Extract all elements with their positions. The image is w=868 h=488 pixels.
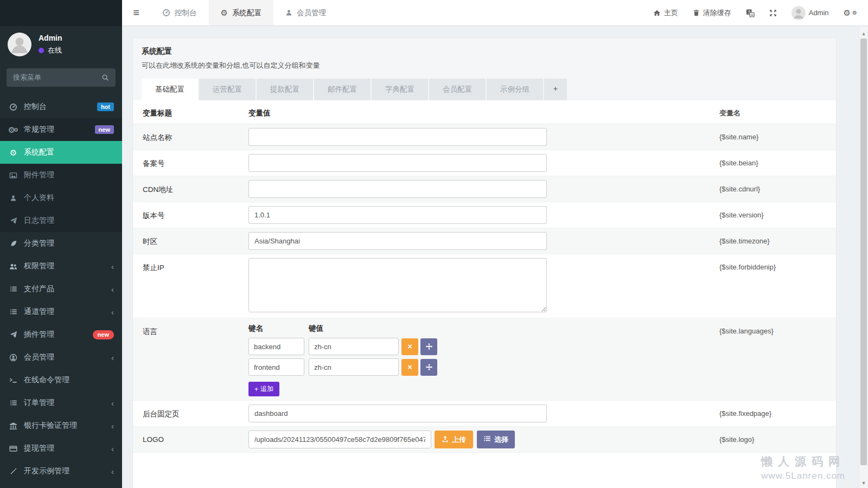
search-placeholder: 搜索菜单 xyxy=(13,73,41,82)
config-row-站点名称: 站点名称{$site.name} xyxy=(133,124,836,150)
status-badge: new xyxy=(93,330,114,339)
sidebar-item-日志管理[interactable]: 日志管理 xyxy=(0,209,122,232)
topbar-tab-会员管理[interactable]: 会员管理 xyxy=(273,0,338,25)
settings-gears-icon[interactable]: ⚙⚙ xyxy=(844,9,857,17)
sidebar-user-panel: Admin 在线 xyxy=(0,26,122,62)
config-variable-name: {$site.version} xyxy=(719,206,836,219)
user-menu[interactable]: Admin xyxy=(792,6,829,20)
config-tab-提款配置[interactable]: 提款配置 xyxy=(257,79,313,100)
config-input-时区[interactable] xyxy=(248,232,547,250)
sidebar-item-会员管理[interactable]: 会员管理‹ xyxy=(0,346,122,369)
sidebar-item-个人资料[interactable]: 个人资料 xyxy=(0,187,122,209)
config-row-value: 上传选择 xyxy=(248,431,719,448)
sidebar-item-权限管理[interactable]: 权限管理‹ xyxy=(0,255,122,278)
list-icon xyxy=(8,285,18,293)
config-row-value xyxy=(248,404,719,422)
close-icon: × xyxy=(407,363,412,371)
sidebar-item-在线命令管理[interactable]: 在线命令管理 xyxy=(0,369,122,391)
topbar-user-name: Admin xyxy=(809,9,829,17)
config-row-label: 后台固定页 xyxy=(133,404,248,419)
home-link[interactable]: 主页 xyxy=(653,8,678,18)
config-variable-name: {$site.timezone} xyxy=(719,232,836,245)
sidebar-item-常规管理[interactable]: ⚙⚙常规管理new xyxy=(0,118,122,141)
sidebar-item-银行卡验证管理[interactable]: 银行卡验证管理‹ xyxy=(0,414,122,437)
remove-row-button[interactable]: × xyxy=(401,359,418,376)
home-icon xyxy=(653,9,661,17)
config-row-版本号: 版本号{$site.version} xyxy=(133,202,836,228)
config-row-value xyxy=(248,180,719,198)
config-tab-示例分组[interactable]: 示例分组 xyxy=(487,79,543,100)
drag-row-button[interactable] xyxy=(420,338,437,355)
upload-icon xyxy=(442,435,449,444)
scrollbar-thumb[interactable] xyxy=(860,38,867,465)
sidebar-search-input[interactable]: 搜索菜单 xyxy=(7,68,116,87)
drag-row-button[interactable] xyxy=(420,359,437,376)
config-tab-会员配置[interactable]: 会员配置 xyxy=(429,79,486,100)
sidebar-item-label: 开发示例管理 xyxy=(24,466,69,476)
clear-cache-button[interactable]: 清除缓存 xyxy=(693,8,731,18)
chevron-left-icon: ‹ xyxy=(111,354,114,362)
config-row-label: 语言 xyxy=(133,322,248,337)
config-tab-字典配置[interactable]: 字典配置 xyxy=(372,79,428,100)
content-area: 系统配置 可以在此增改系统的变量和分组,也可以自定义分组和变量 基础配置运营配置… xyxy=(122,27,868,488)
sidebar-item-label: 系统配置 xyxy=(24,147,54,157)
home-label: 主页 xyxy=(664,8,678,18)
language-icon[interactable]: 文A xyxy=(746,9,755,17)
sidebar-item-开发示例管理[interactable]: 开发示例管理‹ xyxy=(0,460,122,483)
remove-row-button[interactable]: × xyxy=(401,338,418,355)
config-input-备案号[interactable] xyxy=(248,154,547,172)
config-tab-邮件配置[interactable]: 邮件配置 xyxy=(314,79,371,100)
config-tab-基础配置[interactable]: 基础配置 xyxy=(142,79,198,100)
list-icon xyxy=(8,308,18,316)
hamburger-menu-icon[interactable]: ≡ xyxy=(122,0,150,25)
scroll-down-arrow-icon[interactable]: ▼ xyxy=(859,480,868,486)
config-tab-运营配置[interactable]: 运营配置 xyxy=(199,79,256,100)
status-badge: new xyxy=(95,125,114,134)
logo-path-input[interactable] xyxy=(248,431,431,448)
config-row-禁止IP: 禁止IP{$site.forbiddenip} xyxy=(133,254,836,318)
kv-value-header: 键值 xyxy=(309,324,323,333)
kv-value-input[interactable] xyxy=(309,338,399,355)
users-icon xyxy=(8,262,18,271)
config-textarea-禁止IP[interactable] xyxy=(248,258,547,312)
sidebar-item-label: 个人资料 xyxy=(24,193,54,203)
sidebar: Admin 在线 搜索菜单 控制台hot⚙⚙常规管理new⚙系统配置附件管理个人… xyxy=(0,0,122,488)
status-badge: hot xyxy=(97,102,114,111)
config-input-站点名称[interactable] xyxy=(248,128,547,146)
sidebar-item-提现管理[interactable]: 提现管理‹ xyxy=(0,437,122,460)
upload-button[interactable]: 上传 xyxy=(435,431,473,448)
config-row-后台固定页: 后台固定页{$site.fixedpage} xyxy=(133,401,836,427)
sidebar-menu: 控制台hot⚙⚙常规管理new⚙系统配置附件管理个人资料日志管理分类管理权限管理… xyxy=(0,95,122,483)
sidebar-item-label: 控制台 xyxy=(24,102,47,112)
topbar-tab-label: 系统配置 xyxy=(232,8,261,18)
scrollbar[interactable]: ▲ ▼ xyxy=(859,27,868,488)
append-row-button[interactable]: +追加 xyxy=(248,382,279,396)
topbar-tab-控制台[interactable]: 控制台 xyxy=(150,0,209,25)
choose-button[interactable]: 选择 xyxy=(477,431,515,448)
topbar-tab-系统配置[interactable]: ⚙系统配置 xyxy=(209,0,273,25)
config-row-label: 备案号 xyxy=(133,154,248,169)
config-row-value: 键名键值××+追加 xyxy=(248,322,719,396)
sidebar-item-控制台[interactable]: 控制台hot xyxy=(0,95,122,118)
kv-key-header: 键名 xyxy=(248,324,309,333)
kv-key-input[interactable] xyxy=(248,358,304,376)
config-input-版本号[interactable] xyxy=(248,206,547,224)
chevron-left-icon: ‹ xyxy=(111,422,114,430)
scroll-up-arrow-icon[interactable]: ▲ xyxy=(859,31,868,36)
close-icon: × xyxy=(407,342,412,351)
sidebar-item-插件管理[interactable]: 插件管理new xyxy=(0,323,122,346)
config-input-CDN地址[interactable] xyxy=(248,180,547,198)
sidebar-item-分类管理[interactable]: 分类管理 xyxy=(0,232,122,255)
config-variable-name: {$site.logo} xyxy=(719,431,836,444)
kv-key-input[interactable] xyxy=(248,338,304,355)
add-config-group-button[interactable]: + xyxy=(544,79,567,100)
user-name: Admin xyxy=(39,34,62,42)
sidebar-item-附件管理[interactable]: 附件管理 xyxy=(0,164,122,187)
sidebar-item-通道管理[interactable]: 通道管理‹ xyxy=(0,300,122,323)
fullscreen-icon[interactable] xyxy=(769,9,777,17)
sidebar-item-系统配置[interactable]: ⚙系统配置 xyxy=(0,141,122,164)
sidebar-item-支付产品[interactable]: 支付产品‹ xyxy=(0,278,122,300)
sidebar-item-订单管理[interactable]: 订单管理‹ xyxy=(0,391,122,414)
config-input-后台固定页[interactable] xyxy=(248,404,547,422)
kv-value-input[interactable] xyxy=(309,358,399,376)
